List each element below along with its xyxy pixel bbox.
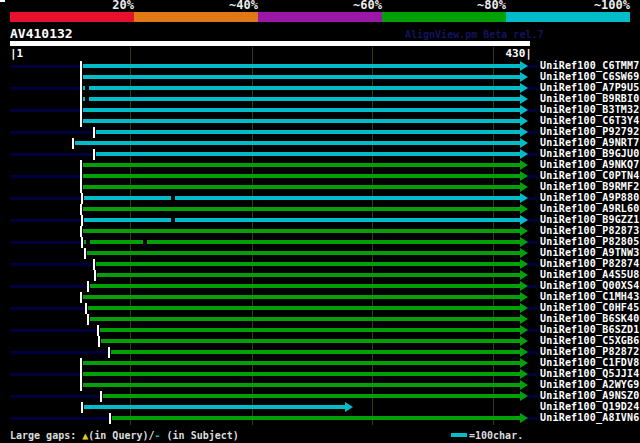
alignment-bar[interactable] [75,141,520,145]
hit-arrowhead-icon[interactable] [520,138,528,148]
hit-arrowhead-icon[interactable] [520,215,528,225]
alignment-bar[interactable] [83,97,520,101]
hit-arrowhead-icon[interactable] [520,347,528,357]
hit-arrowhead-icon[interactable] [520,391,528,401]
hit-arrowhead-icon[interactable] [520,226,528,236]
alignment-bar[interactable] [84,218,520,222]
hit-arrowhead-icon[interactable] [520,259,528,269]
gap-marker [171,218,175,222]
hit-arrowhead-icon[interactable] [520,281,528,291]
alignment-bar[interactable] [83,86,520,90]
hit-arrowhead-icon[interactable] [520,149,528,159]
alignment-plot: UniRef100_C6TMM7UniRef100_C6SW69UniRef10… [0,0,640,443]
alignment-bar[interactable] [101,339,520,343]
hit-start-tick [80,182,82,193]
hit-start-tick [81,193,83,204]
alignment-bar[interactable] [96,130,520,134]
alignment-bar[interactable] [83,207,520,211]
alignment-bar[interactable] [83,361,520,365]
gap-marker [85,86,89,90]
alignment-bar[interactable] [111,350,520,354]
hit-arrowhead-icon[interactable] [520,61,528,71]
alignment-bar[interactable] [90,317,520,321]
hit-start-tick [81,402,83,413]
hit-arrowhead-icon[interactable] [520,105,528,115]
hit-arrowhead-icon[interactable] [520,204,528,214]
alignment-bar[interactable] [90,284,520,288]
hit-arrowhead-icon[interactable] [520,127,528,137]
hit-start-tick [80,358,82,369]
hit-start-tick [80,171,82,182]
hit-arrowhead-icon[interactable] [345,402,353,412]
gap-marker [85,97,89,101]
hit-start-tick [80,116,82,127]
alignment-bar[interactable] [96,152,520,156]
alignment-bar[interactable] [83,185,520,189]
alignment-bar[interactable] [83,64,520,68]
alignment-bar[interactable] [97,273,520,277]
hit-start-tick [97,325,99,336]
hit-start-tick [81,237,83,248]
alignment-bar[interactable] [83,163,520,167]
alignment-bar[interactable] [96,262,520,266]
hit-arrowhead-icon[interactable] [520,116,528,126]
alignment-bar[interactable] [83,174,520,178]
alignment-bar[interactable] [83,75,520,79]
hit-arrowhead-icon[interactable] [520,325,528,335]
hit-arrowhead-icon[interactable] [520,292,528,302]
hit-arrowhead-icon[interactable] [520,303,528,313]
hit-arrowhead-icon[interactable] [520,182,528,192]
hit-start-tick [94,270,96,281]
hit-start-tick [72,138,74,149]
hit-arrowhead-icon[interactable] [520,94,528,104]
hit-arrowhead-icon[interactable] [520,380,528,390]
hit-start-tick [80,292,82,303]
hit-start-tick [87,314,89,325]
hit-start-tick [87,281,89,292]
alignment-bar[interactable] [100,328,520,332]
alignment-bar[interactable] [84,405,345,409]
hit-arrowhead-icon[interactable] [520,270,528,280]
hit-arrowhead-icon[interactable] [520,248,528,258]
alignment-bar[interactable] [83,119,520,123]
alignment-bar[interactable] [112,416,520,420]
hit-start-tick [80,204,82,215]
hit-start-tick [80,369,82,380]
hit-arrowhead-icon[interactable] [520,171,528,181]
hit-arrowhead-icon[interactable] [520,336,528,346]
hit-arrowhead-icon[interactable] [520,83,528,93]
alignment-bar[interactable] [84,196,520,200]
hit-arrowhead-icon[interactable] [520,314,528,324]
hit-start-tick [80,72,82,83]
alignment-bar[interactable] [83,383,520,387]
ruler-gridline [493,47,494,425]
hit-start-tick [93,149,95,160]
alignment-bar[interactable] [88,306,520,310]
hit-start-tick [109,413,111,424]
hit-label[interactable]: UniRef100_A8IVN6 [540,412,640,424]
alignment-bar[interactable] [83,372,520,376]
hit-arrowhead-icon[interactable] [520,72,528,82]
query-gap-text: (in Query)/ [88,430,154,441]
hit-start-tick [98,336,100,347]
gap-marker [143,240,147,244]
hit-start-tick [80,160,82,171]
hit-arrowhead-icon[interactable] [520,237,528,247]
hit-arrowhead-icon[interactable] [520,369,528,379]
hit-start-tick [80,61,82,72]
large-gaps-legend: Large gaps: ▲(in Query)/- (in Subject) [10,430,239,441]
alignment-bar[interactable] [83,108,520,112]
hit-start-tick [93,127,95,138]
hit-arrowhead-icon[interactable] [520,358,528,368]
hit-arrowhead-icon[interactable] [520,193,528,203]
alignment-bar[interactable] [83,295,520,299]
alignment-bar[interactable] [84,240,520,244]
hit-arrowhead-icon[interactable] [520,160,528,170]
alignment-bar[interactable] [83,229,520,233]
alignment-bar[interactable] [87,251,520,255]
hit-arrowhead-icon[interactable] [520,413,528,423]
hit-start-tick [93,259,95,270]
large-gaps-label: Large gaps: [10,430,82,441]
gap-marker [171,196,175,200]
alignment-bar[interactable] [103,394,520,398]
